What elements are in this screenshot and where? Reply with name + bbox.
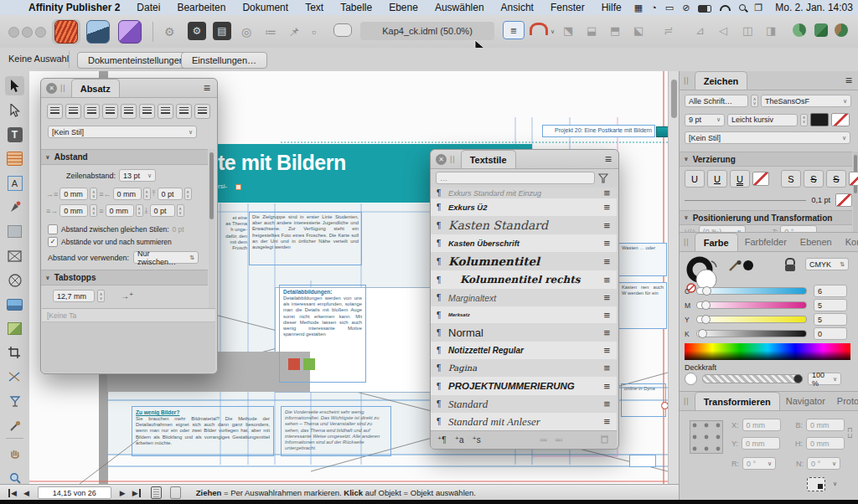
filter-icon[interactable]	[598, 173, 608, 183]
first-page-button[interactable]: ◀	[8, 489, 17, 497]
space-before-field[interactable]: 0 pt	[158, 188, 183, 200]
paragraph-style-select[interactable]: [Kein Stil]∨	[48, 126, 197, 138]
move-to-back-icon[interactable]: ⬔	[563, 24, 573, 37]
node-tool[interactable]	[5, 100, 24, 120]
wifi-icon[interactable]	[720, 3, 731, 13]
pin-icon[interactable]: 📌︎	[288, 25, 300, 39]
drag-handle-icon[interactable]: ||	[684, 238, 690, 246]
place-image-tool[interactable]	[5, 295, 24, 314]
strikethrough-single-button[interactable]: S	[804, 170, 824, 188]
project-label-frame[interactable]: Projekt 20: Eine Postkarte mit Bildern	[542, 125, 655, 137]
window-close-button[interactable]	[8, 27, 19, 38]
drag-handle-icon[interactable]: ||	[684, 76, 690, 85]
detach-style-icon[interactable]: ≕	[555, 435, 563, 445]
pages-setup-icon[interactable]: ▤	[213, 22, 231, 40]
link-dimensions-icon[interactable]: ⊓⊔	[847, 427, 852, 439]
menu-ebene[interactable]: Ebene	[380, 2, 426, 13]
style-menu-icon[interactable]: ≡	[603, 274, 610, 286]
align-left-button[interactable]	[47, 104, 63, 119]
align-center-button[interactable]	[65, 104, 81, 119]
tabstop-value-field[interactable]: 12,7 mm	[53, 290, 95, 302]
style-row[interactable]: ¶ Normal ≡	[431, 323, 617, 342]
vorderseite-frame[interactable]: Die Vorderseite erscheint sehr wenig inf…	[281, 406, 391, 456]
ellipse-picture-frame-tool[interactable]	[5, 270, 24, 290]
canvas-vscrollbar-thumb[interactable]	[671, 80, 677, 118]
verzierung-section-header[interactable]: ∨Verzierung	[680, 152, 852, 167]
yellow-value[interactable]: 5	[814, 313, 847, 326]
magenta-slider[interactable]	[696, 301, 807, 309]
tracking-select[interactable]: (0 ‰)∨	[699, 225, 746, 232]
transformieren-tab[interactable]: Transformieren	[695, 392, 780, 410]
color-mode-select[interactable]: CMYK⇅	[805, 258, 849, 270]
space-after-field[interactable]: 0 pt	[150, 204, 175, 217]
stepper-icon[interactable]: ∧∨	[177, 204, 184, 217]
time-machine-icon[interactable]: ◔	[651, 3, 657, 13]
stroke-color-swatch[interactable]	[835, 193, 852, 207]
cyan-value[interactable]: 6	[814, 285, 847, 297]
text-wrap-icon[interactable]: ≔	[265, 25, 277, 39]
font-collection-select[interactable]: Alle Schrift…	[685, 95, 748, 107]
style-menu-icon[interactable]: ≡	[603, 398, 610, 410]
zeichen-scrollbar[interactable]	[853, 152, 858, 232]
black-value[interactable]: 0	[814, 327, 847, 340]
style-row[interactable]: ¶ Pagina ≡	[431, 359, 617, 377]
artistic-text-tool[interactable]: A	[5, 173, 24, 193]
underline-double-button[interactable]: U	[707, 170, 727, 188]
new-character-style-button[interactable]: ⁺a	[455, 435, 464, 445]
distribute-icon[interactable]: ◫	[742, 24, 752, 37]
last-page-button[interactable]: ▶	[132, 489, 141, 497]
crop-tool[interactable]	[5, 343, 24, 363]
rectangle-tool[interactable]	[5, 222, 24, 241]
style-menu-icon[interactable]: ≡	[603, 291, 610, 304]
menu-tabelle[interactable]: Tabelle	[332, 2, 380, 13]
move-tool[interactable]	[5, 76, 24, 95]
space-before-use-select[interactable]: Nur zwischen…⇅	[133, 251, 199, 264]
strikethrough-none-swatch[interactable]	[849, 172, 858, 186]
publisher-persona-button[interactable]	[52, 19, 80, 44]
stepper-icon[interactable]: ∧∨	[143, 188, 151, 200]
rotate-icon[interactable]: ◎	[241, 25, 251, 39]
style-row[interactable]: ¶ Exkurs Standard mit Einzug ≡	[431, 188, 617, 198]
forward-one-icon[interactable]: ⬒	[610, 24, 620, 37]
opacity-swatch[interactable]	[685, 373, 697, 385]
menubar-clock[interactable]: Mo. 2. Jan. 14:03	[767, 2, 858, 13]
close-icon[interactable]: ✕	[46, 83, 57, 94]
zuwenig-frame[interactable]: Zu wenig Bilder? Sie brauchen mehr Bildm…	[132, 406, 274, 456]
fill-tool[interactable]	[5, 392, 24, 411]
flip-horizontal-icon[interactable]: ⊿	[695, 24, 705, 37]
page-number-frame[interactable]	[629, 455, 656, 467]
move-to-front-icon[interactable]: ⬕	[633, 24, 644, 37]
menu-ansicht[interactable]: Ansicht	[493, 2, 542, 13]
snapping-magnet-icon[interactable]	[530, 23, 548, 35]
stepper-icon[interactable]: ∧∨	[90, 188, 97, 200]
style-menu-icon[interactable]: ≡	[603, 255, 610, 268]
single-page-view-icon[interactable]	[151, 486, 162, 499]
align-away-spine-button[interactable]	[194, 104, 210, 119]
eyedropper-icon[interactable]	[728, 260, 753, 276]
mute-icon[interactable]: ⊘	[682, 3, 690, 13]
zeichen-panel-header[interactable]: || Zeichen ≡	[680, 71, 858, 90]
style-row[interactable]: ¶ Kasten Standard ≡	[431, 216, 617, 234]
textstile-tab[interactable]: Textstile	[461, 150, 516, 168]
style-row[interactable]: ¶ Kolumnentitel rechts ≡	[431, 270, 617, 289]
canvas-vscrollbar[interactable]	[668, 71, 680, 500]
color-sync-icon-2[interactable]	[814, 23, 828, 37]
x-field[interactable]: 0 mm	[742, 419, 781, 431]
style-menu-icon[interactable]: ≡	[603, 362, 610, 374]
stepper-icon[interactable]: ∧∨	[97, 290, 105, 302]
panel-menu-icon[interactable]: ≡	[204, 81, 210, 95]
align-right-button[interactable]	[84, 104, 100, 119]
underline-low-button[interactable]: U	[730, 170, 750, 188]
abstand-section-header[interactable]: ∨Abstand	[41, 149, 208, 165]
teal-swatch[interactable]	[656, 126, 668, 137]
menu-auswaehlen[interactable]: Auswählen	[426, 2, 493, 13]
underline-none-swatch[interactable]	[752, 172, 769, 186]
magenta-value[interactable]: 5	[814, 299, 847, 311]
style-row[interactable]: ¶ Kolumnentitel ≡	[431, 252, 617, 270]
b-field[interactable]: 0 mm	[806, 419, 845, 431]
strikethrough-button[interactable]: S	[781, 170, 801, 188]
opacity-slider[interactable]	[702, 374, 803, 383]
cyan-slider[interactable]	[696, 287, 807, 295]
spotlight-search-icon[interactable]	[739, 3, 746, 13]
margin-frame-2[interactable]: Kasten nen auch W werden für ein	[618, 282, 667, 329]
